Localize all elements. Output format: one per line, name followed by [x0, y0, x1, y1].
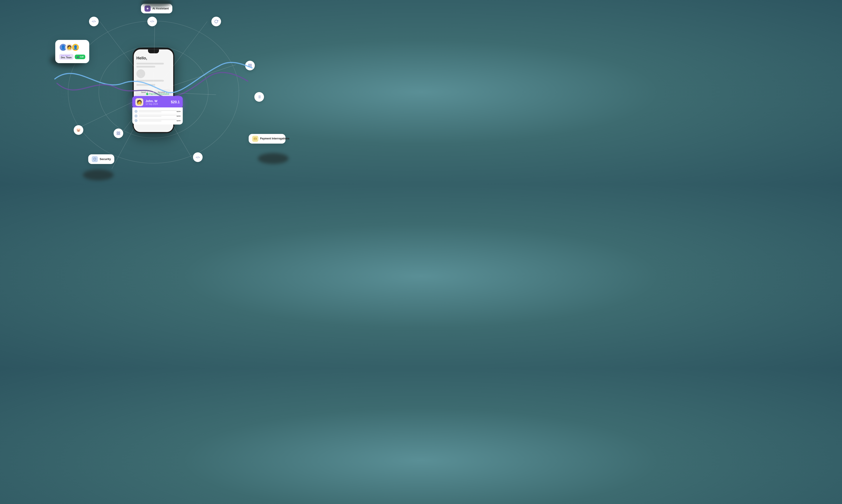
- payment-user-name: John. W: [145, 99, 171, 103]
- svg-rect-11: [250, 66, 251, 67]
- phone-line-2: [137, 84, 155, 86]
- payment-tx-item-3: $200: [135, 119, 180, 123]
- dev-avatar-group: 👤 🧑 👤: [59, 43, 85, 51]
- payment-user-avatar: 🧑: [135, 98, 143, 106]
- ptx-line-2: [139, 111, 161, 112]
- payment-date: 12 Sep 2024: [145, 103, 171, 105]
- ptx-amount-1: $200: [177, 110, 181, 112]
- payment-user-info: John. W 12 Sep 2024: [145, 99, 171, 105]
- node-top-right: [211, 17, 221, 26]
- payment-pill-shadow: [258, 153, 289, 164]
- payment-tx-item-2: $200: [135, 114, 180, 119]
- phone-avatar: [137, 69, 145, 78]
- svg-rect-9: [248, 64, 250, 65]
- code-icon-3: </>: [196, 156, 200, 159]
- ptx-line-6: [139, 121, 161, 122]
- payment-interrogations-pill[interactable]: Payment Interrogations: [249, 134, 286, 144]
- ptx-text-1: [139, 110, 177, 113]
- ptx-line-4: [139, 116, 161, 117]
- svg-rect-21: [119, 134, 120, 135]
- node-top-center: </>: [147, 17, 157, 26]
- payment-success-card: ✓ Payment Successful 🧑 John. W 12 Sep 20…: [132, 93, 183, 125]
- phone-line-1: [137, 80, 164, 82]
- dev-avatar-3: 👤: [71, 43, 79, 51]
- node-left-middle: 🐷: [74, 125, 83, 135]
- grid-icon: [117, 131, 120, 135]
- phone-placeholder-1: [137, 63, 164, 65]
- payment-tx-item-1: $200: [135, 109, 180, 114]
- svg-rect-23: [254, 138, 256, 140]
- ptx-avatar-1: [135, 110, 138, 113]
- dev-team-badge-name: Dev. Team: [61, 56, 72, 59]
- security-pill[interactable]: Security: [88, 154, 114, 164]
- ptx-avatar-2: [135, 114, 138, 118]
- ptx-amount-3: $200: [177, 120, 181, 122]
- phone-greeting: Hello,: [137, 56, 171, 60]
- shield-icon: [92, 156, 98, 162]
- security-label: Security: [100, 157, 111, 161]
- ptx-line-5: [139, 119, 177, 120]
- payment-success-label: ✓ Payment Successful: [132, 93, 183, 95]
- dev-team-badge-label: Tech Support: [61, 55, 72, 56]
- scene: Hello, Send ↗ Receive ↙ $200: [0, 0, 307, 184]
- node-bottom-center: [113, 128, 123, 138]
- payment-tx-list: $200 $200 $200: [132, 107, 183, 125]
- node-right-middle: [254, 92, 264, 102]
- refresh-icon: [214, 19, 218, 23]
- dev-team-card: 👤 🧑 👤 Tech Support Dev. Team 📹 Call: [55, 40, 89, 63]
- svg-rect-19: [117, 132, 118, 133]
- svg-rect-12: [248, 66, 250, 67]
- video-call-icon: 📹: [76, 56, 79, 58]
- dev-call-button[interactable]: 📹 Call: [75, 55, 85, 59]
- ptx-text-2: [139, 115, 177, 117]
- dev-team-badge: Tech Support Dev. Team: [59, 54, 73, 60]
- phone-notch: [148, 49, 159, 53]
- svg-rect-10: [250, 64, 251, 65]
- svg-rect-22: [117, 134, 118, 135]
- ptx-text-3: [139, 119, 177, 122]
- phone-placeholder-2: [137, 66, 155, 68]
- filter-icon: [257, 95, 261, 99]
- dev-team-info: Tech Support Dev. Team 📹 Call: [59, 54, 85, 60]
- ptx-avatar-3: [135, 119, 138, 122]
- svg-rect-20: [119, 132, 120, 133]
- chart-icon: [248, 64, 252, 68]
- node-bottom-right: </>: [193, 152, 203, 162]
- ptx-line-1: [139, 110, 177, 111]
- phone-placeholder-group: [137, 80, 171, 87]
- code-icon-1: </>: [92, 20, 96, 23]
- node-top-left: </>: [89, 17, 99, 26]
- code-icon-2: </>: [150, 20, 154, 23]
- security-pill-shadow: [83, 169, 113, 180]
- ptx-line-3: [139, 115, 177, 115]
- ai-assistant-label: Ai Assistant: [153, 7, 169, 10]
- node-right-upper: [245, 61, 255, 70]
- payment-interrogations-label: Payment Interrogations: [260, 137, 282, 141]
- payment-amount: $20.1: [171, 100, 180, 104]
- success-check-icon: ✓: [146, 93, 148, 95]
- piggy-bank-icon: 🐷: [76, 128, 81, 132]
- payment-main-card: 🧑 John. W 12 Sep 2024 $20.1: [132, 96, 183, 108]
- payment-interrogation-icon: [252, 136, 258, 142]
- ptx-amount-2: $200: [177, 115, 181, 117]
